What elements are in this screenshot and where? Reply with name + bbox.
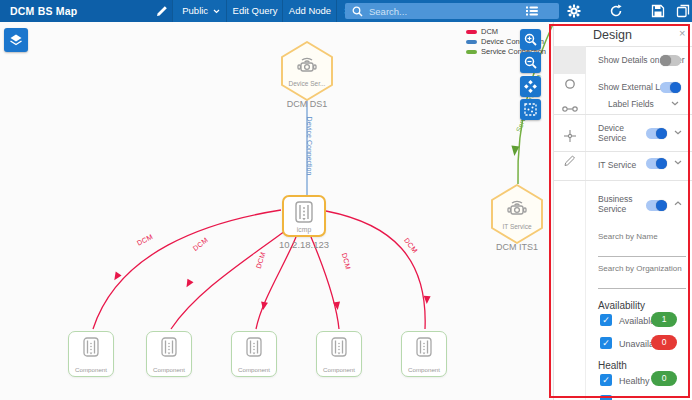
toolbar-divider	[282, 0, 283, 22]
search-icon	[352, 6, 363, 17]
fit-frame-icon	[524, 103, 537, 116]
available-checkbox[interactable]: ✓	[600, 314, 612, 326]
fit-view-button[interactable]	[520, 99, 541, 120]
search-by-organization-input[interactable]	[598, 276, 686, 289]
zoom-in-icon	[524, 33, 537, 46]
node-label: IT Service	[489, 223, 545, 230]
layers-button[interactable]	[4, 28, 28, 52]
node-external-label-dcm-its1: DCM ITS1	[487, 242, 547, 252]
list-icon[interactable]	[525, 4, 539, 18]
edge-dcm-arrowheads	[111, 272, 430, 311]
svg-text:DCM: DCM	[136, 233, 154, 247]
toolbar-divider	[336, 0, 337, 22]
divider	[554, 151, 692, 152]
zoom-out-button[interactable]	[520, 52, 541, 73]
node-component-1[interactable]: Component	[68, 331, 114, 377]
link-icon[interactable]	[562, 104, 578, 114]
map-title: DCM BS Map	[10, 0, 77, 22]
node-label: Component	[317, 366, 361, 373]
node-component-2[interactable]: Component	[146, 331, 192, 377]
it-service-label: IT Service	[598, 160, 636, 170]
search-by-name-label: Search by Name	[598, 232, 658, 242]
router-icon	[331, 337, 347, 357]
panel-title: Design	[593, 28, 632, 42]
gear-icon[interactable]	[567, 4, 581, 18]
healthy-label: Healthy	[619, 376, 650, 386]
node-device-service[interactable]: Device Ser...	[279, 40, 335, 102]
chevron-down-icon[interactable]	[674, 130, 682, 135]
service-icon	[505, 196, 529, 216]
edit-pencil-icon[interactable]	[155, 4, 169, 18]
toggle-knob	[656, 200, 667, 211]
divider	[554, 114, 692, 115]
router-icon	[83, 337, 99, 357]
partial-checkbox[interactable]	[600, 395, 612, 400]
business-service-toggle[interactable]	[646, 200, 667, 211]
unavailable-checkbox[interactable]: ✓	[600, 337, 612, 349]
toggle-knob	[660, 55, 671, 66]
menu-add-node[interactable]: Add Node	[284, 0, 336, 22]
it-service-toggle[interactable]	[646, 158, 667, 169]
node-shape-icon[interactable]	[564, 78, 576, 90]
router-icon	[246, 337, 262, 357]
layout-icon[interactable]	[563, 129, 577, 143]
search-by-name-input[interactable]	[598, 244, 686, 257]
toolbar-divider	[226, 0, 227, 22]
node-component-5[interactable]: Component	[401, 331, 447, 377]
node-label: Device Ser...	[279, 80, 335, 87]
zoom-out-icon	[524, 56, 537, 69]
healthy-count-badge: 0	[651, 371, 677, 386]
device-service-toggle[interactable]	[646, 128, 667, 139]
toggle-knob	[656, 128, 667, 139]
svg-text:DCM: DCM	[192, 236, 210, 252]
design-panel: Design × Show Details on Hov	[553, 22, 692, 400]
node-it-service[interactable]: IT Service	[489, 183, 545, 245]
layers-icon	[9, 33, 23, 47]
availability-section-title: Availability	[598, 300, 645, 311]
router-icon	[295, 201, 313, 223]
node-external-label-dcm-ds1: DCM DS1	[277, 99, 337, 109]
legend-swatch-blue	[466, 40, 477, 44]
healthy-checkbox[interactable]: ✓	[600, 374, 612, 386]
edge-dcm-1	[93, 210, 425, 329]
available-label: Available	[619, 316, 655, 326]
chevron-up-icon[interactable]	[674, 201, 682, 206]
unavailable-count-badge: 0	[651, 335, 677, 350]
chevron-down-icon[interactable]	[674, 160, 682, 165]
pan-mode-button[interactable]	[520, 76, 541, 97]
show-external-labels-toggle[interactable]	[660, 82, 681, 93]
legend-swatch-red	[466, 30, 477, 34]
toolbar-divider	[172, 0, 173, 22]
router-icon	[416, 337, 432, 357]
label-fields-label[interactable]: Label Fields	[608, 99, 654, 109]
legend-swatch-green	[466, 50, 477, 54]
device-service-label: Device Service	[598, 123, 642, 143]
chevron-down-icon[interactable]	[671, 101, 679, 106]
menu-edit-query[interactable]: Edit Query	[228, 0, 282, 22]
node-label: Component	[147, 366, 191, 373]
copy-icon[interactable]	[676, 4, 690, 18]
divider	[554, 180, 692, 181]
node-label: icmp	[284, 226, 324, 233]
zoom-in-button[interactable]	[520, 29, 541, 50]
close-icon[interactable]: ×	[679, 27, 685, 39]
node-label: Component	[232, 366, 276, 373]
svg-text:DCM: DCM	[403, 237, 419, 255]
pencil-icon[interactable]	[563, 154, 576, 167]
svg-text:Device Connection: Device Connection	[306, 117, 313, 176]
show-details-toggle[interactable]	[660, 55, 681, 66]
node-icmp-device[interactable]: icmp	[282, 195, 326, 237]
health-section-title: Health	[598, 360, 627, 371]
node-component-3[interactable]: Component	[231, 331, 277, 377]
rail-active-highlight	[554, 46, 586, 74]
menu-public[interactable]: Public	[178, 0, 224, 22]
service-icon	[295, 53, 319, 73]
refresh-icon[interactable]	[609, 4, 623, 18]
node-label: Component	[402, 366, 446, 373]
chevron-down-icon	[213, 9, 220, 14]
toggle-knob	[670, 82, 681, 93]
save-icon[interactable]	[651, 4, 665, 18]
available-count-badge: 1	[651, 312, 677, 327]
node-component-4[interactable]: Component	[316, 331, 362, 377]
node-external-label-ip: 10.2.18.123	[264, 239, 344, 250]
